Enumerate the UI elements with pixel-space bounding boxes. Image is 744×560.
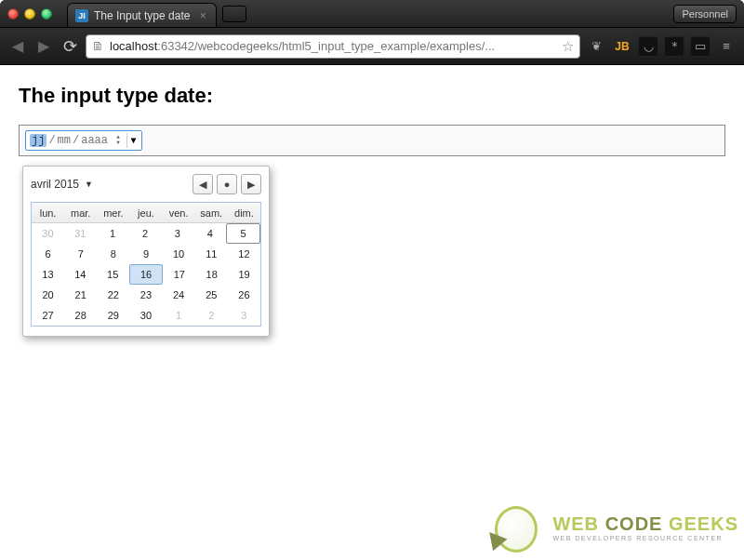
datepicker-day[interactable]: 11 xyxy=(195,244,228,264)
datepicker-day[interactable]: 2 xyxy=(129,223,162,244)
datepicker-day[interactable]: 20 xyxy=(32,285,64,305)
page-heading: The input type date: xyxy=(19,84,725,108)
datepicker-weekday: dim. xyxy=(228,203,260,223)
datepicker-day[interactable]: 28 xyxy=(64,305,97,326)
datepicker-day[interactable]: 27 xyxy=(32,305,64,326)
datepicker-month-select[interactable]: avril 2015 ▼ xyxy=(31,178,93,191)
datepicker-day[interactable]: 13 xyxy=(32,264,64,285)
date-spinner[interactable]: ▲▼ xyxy=(113,133,123,148)
url-text: localhost:63342/webcodegeeks/html5_input… xyxy=(110,39,556,53)
datepicker-day[interactable]: 22 xyxy=(97,285,129,305)
datepicker-day[interactable]: 6 xyxy=(32,244,64,264)
forward-button[interactable]: ▶ xyxy=(33,36,54,57)
browser-chrome: JI The Input type date × Personnel ◀ ▶ ⟳… xyxy=(0,0,744,65)
reload-button[interactable]: ⟳ xyxy=(60,36,80,57)
datepicker-day[interactable]: 12 xyxy=(228,244,260,264)
date-year-segment[interactable]: aaaa xyxy=(81,134,108,147)
datepicker-day[interactable]: 24 xyxy=(163,285,195,305)
datepicker-day[interactable]: 14 xyxy=(64,264,97,285)
datepicker-prev-button[interactable]: ◀ xyxy=(193,174,213,194)
datepicker-day[interactable]: 23 xyxy=(129,285,162,305)
watermark-word-2: CODE xyxy=(605,513,669,534)
extension-icon-2[interactable]: ▭ xyxy=(690,36,711,57)
datepicker-day[interactable]: 21 xyxy=(64,285,97,305)
datepicker-day[interactable]: 15 xyxy=(97,264,129,285)
window-zoom-button[interactable] xyxy=(41,8,52,20)
extension-icons: ❦ JB ◡ ＊ ▭ ≡ xyxy=(586,36,737,57)
datepicker-day[interactable]: 25 xyxy=(195,285,228,305)
datepicker-day[interactable]: 30 xyxy=(129,305,162,326)
evernote-ext-icon[interactable]: ❦ xyxy=(586,36,606,57)
datepicker-day[interactable]: 17 xyxy=(163,264,195,285)
jetbrains-ext-icon[interactable]: JB xyxy=(612,36,632,57)
datepicker-header: avril 2015 ▼ ◀ ● ▶ xyxy=(31,174,261,194)
datepicker-week-row: 20212223242526 xyxy=(32,285,260,305)
datepicker-day[interactable]: 9 xyxy=(129,244,162,264)
bookmark-star-icon[interactable]: ☆ xyxy=(562,38,574,55)
extension-icon-1[interactable]: ＊ xyxy=(664,36,684,57)
watermark-text: WEB CODE GEEKS WEB DEVELOPERS RESOURCE C… xyxy=(552,513,738,541)
chrome-menu-icon[interactable]: ≡ xyxy=(716,36,737,57)
page-icon: 🗎 xyxy=(92,39,104,53)
datepicker-today-button[interactable]: ● xyxy=(217,174,237,194)
datepicker-day[interactable]: 2 xyxy=(195,305,228,326)
datepicker-popup: avril 2015 ▼ ◀ ● ▶ lun.mar.mer.jeu.ven.s… xyxy=(22,166,270,337)
window-titlebar: JI The Input type date × Personnel xyxy=(0,0,744,28)
datepicker-week-row: 27282930123 xyxy=(32,305,260,326)
date-month-segment[interactable]: mm xyxy=(58,134,71,147)
back-button[interactable]: ◀ xyxy=(7,36,28,57)
datepicker-week-row: 6789101112 xyxy=(32,244,260,264)
window-close-button[interactable] xyxy=(7,8,19,20)
datepicker-day[interactable]: 3 xyxy=(161,223,193,244)
datepicker-day[interactable]: 10 xyxy=(163,244,195,264)
watermark: WEB CODE GEEKS WEB DEVELOPERS RESOURCE C… xyxy=(489,500,738,554)
page-content: The input type date: jj / mm / aaaa ▲▼ ▼… xyxy=(0,65,744,560)
datepicker-day[interactable]: 18 xyxy=(195,264,228,285)
datepicker-day[interactable]: 31 xyxy=(64,223,97,244)
datepicker-weekday: mar. xyxy=(64,203,97,223)
datepicker-grid: lun.mar.mer.jeu.ven.sam.dim. 30311234567… xyxy=(31,202,261,327)
datepicker-day[interactable]: 26 xyxy=(228,285,260,305)
browser-toolbar: ◀ ▶ ⟳ 🗎 localhost:63342/webcodegeeks/htm… xyxy=(0,28,744,65)
date-sep-1: / xyxy=(48,134,55,147)
watermark-word-1: WEB xyxy=(552,513,604,534)
profile-button[interactable]: Personnel xyxy=(673,5,737,23)
date-dropdown-icon[interactable]: ▼ xyxy=(126,133,140,148)
datepicker-day[interactable]: 1 xyxy=(97,223,129,244)
datepicker-day[interactable]: 29 xyxy=(97,305,129,326)
datepicker-day[interactable]: 16 xyxy=(129,264,164,285)
datepicker-day[interactable]: 7 xyxy=(64,244,97,264)
pocket-ext-icon[interactable]: ◡ xyxy=(638,36,658,57)
date-field-container: jj / mm / aaaa ▲▼ ▼ xyxy=(19,125,725,156)
tab-title: The Input type date xyxy=(94,9,190,22)
chevron-down-icon: ▼ xyxy=(85,180,93,189)
tab-favicon-icon: JI xyxy=(75,9,88,22)
datepicker-nav: ◀ ● ▶ xyxy=(193,174,261,194)
datepicker-week-row: 303112345 xyxy=(32,223,260,244)
datepicker-next-button[interactable]: ▶ xyxy=(241,174,261,194)
datepicker-day[interactable]: 19 xyxy=(228,264,260,285)
datepicker-weekday-row: lun.mar.mer.jeu.ven.sam.dim. xyxy=(32,203,260,223)
browser-tab[interactable]: JI The Input type date × xyxy=(67,3,217,27)
datepicker-day[interactable]: 3 xyxy=(228,305,260,326)
address-bar[interactable]: 🗎 localhost:63342/webcodegeeks/html5_inp… xyxy=(86,34,580,59)
datepicker-day[interactable]: 5 xyxy=(226,223,260,244)
window-controls xyxy=(7,8,52,20)
datepicker-weekday: jeu. xyxy=(129,203,162,223)
datepicker-day[interactable]: 8 xyxy=(97,244,129,264)
datepicker-day[interactable]: 1 xyxy=(163,305,195,326)
datepicker-day[interactable]: 30 xyxy=(32,223,64,244)
datepicker-weekday: lun. xyxy=(32,203,64,223)
tab-close-icon[interactable]: × xyxy=(199,8,206,22)
date-day-segment[interactable]: jj xyxy=(30,134,46,147)
window-minimize-button[interactable] xyxy=(24,8,35,20)
url-host: localhost xyxy=(110,39,157,53)
date-sep-2: / xyxy=(73,134,79,147)
url-path: :63342/webcodegeeks/html5_input_type_exa… xyxy=(157,39,495,53)
new-tab-button[interactable] xyxy=(222,6,246,22)
watermark-logo-icon xyxy=(489,500,543,554)
date-input[interactable]: jj / mm / aaaa ▲▼ ▼ xyxy=(25,130,142,151)
datepicker-day[interactable]: 4 xyxy=(193,223,226,244)
datepicker-weekday: mer. xyxy=(97,203,129,223)
datepicker-weekday: sam. xyxy=(195,203,228,223)
